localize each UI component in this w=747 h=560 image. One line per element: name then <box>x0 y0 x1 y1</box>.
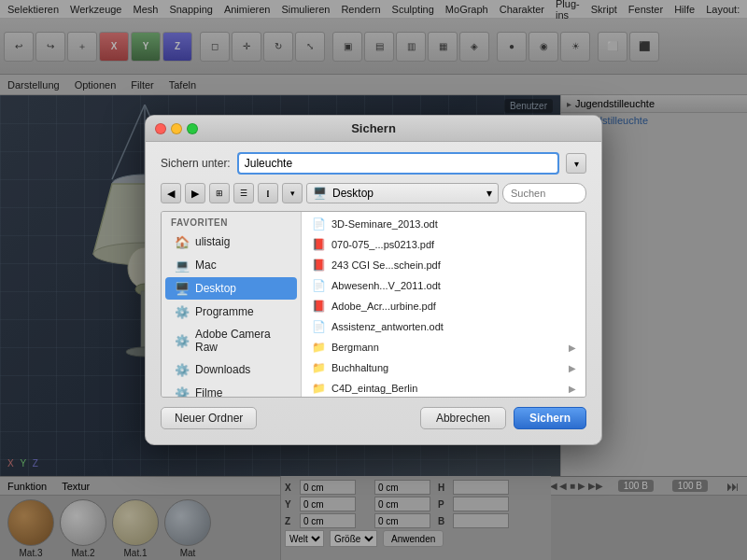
file-name: 070-075_...ps0213.pdf <box>331 239 434 250</box>
dialog-titlebar: Sichern <box>146 116 601 142</box>
sidebar-item-desktop[interactable]: 🖥️ Desktop <box>165 277 297 300</box>
file-item-abwesenh[interactable]: 📄 Abwesenh...V_2011.odt <box>303 275 584 296</box>
view-list-button[interactable]: ☰ <box>233 183 254 203</box>
pdf-icon: 📕 <box>311 258 326 273</box>
sidebar-item-adobe-camera-raw[interactable]: ⚙️ Adobe Camera Raw <box>165 324 297 357</box>
view-column-button[interactable]: ⫿ <box>258 183 278 203</box>
sidebar-item-mac[interactable]: 💻 Mac <box>165 254 297 276</box>
downloads-icon: ⚙️ <box>175 362 190 377</box>
doc-icon: 📄 <box>311 278 326 293</box>
sidebar-item-ulistaig[interactable]: 🏠 ulistaig <box>165 231 297 253</box>
file-name: C4D_eintag_Berlin <box>331 383 417 394</box>
movies-icon: ⚙️ <box>175 385 190 397</box>
location-icon: 🖥️ <box>313 187 327 200</box>
file-name: 3D-Seminare_2013.odt <box>331 218 438 230</box>
doc-icon: 📄 <box>311 319 326 334</box>
folder-icon: 📁 <box>311 381 326 396</box>
file-item-bergmann[interactable]: 📁 Bergmann ▶ <box>303 337 584 357</box>
folder-arrow: ▶ <box>569 363 576 373</box>
sidebar-label-desktop: Desktop <box>195 282 236 295</box>
dropdown-arrow: ▾ <box>486 187 492 200</box>
file-name: Buchhaltung <box>331 362 388 373</box>
sidebar-label-adobe: Adobe Camera Raw <box>195 328 288 354</box>
view-option-button[interactable]: ▾ <box>282 183 303 203</box>
cancel-button[interactable]: Abbrechen <box>420 407 506 429</box>
folder-icon: 📁 <box>311 340 326 355</box>
dialog-buttons: Neuer Ordner Abbrechen Sichern <box>161 407 586 433</box>
sidebar-label-programme: Programme <box>195 305 254 318</box>
search-input[interactable] <box>502 183 586 203</box>
location-label: Desktop <box>332 187 374 200</box>
pdf-icon: 📕 <box>311 237 326 252</box>
file-item-c4d-eintag[interactable]: 📁 C4D_eintag_Berlin ▶ <box>303 378 584 397</box>
file-item-070-075[interactable]: 📕 070-075_...ps0213.pdf <box>303 234 584 255</box>
sidebar-item-programme[interactable]: ⚙️ Programme <box>165 301 297 323</box>
nav-forward-button[interactable]: ▶ <box>185 183 205 203</box>
file-item-assistenz[interactable]: 📄 Assistenz_antworten.odt <box>303 316 584 337</box>
close-button[interactable] <box>155 123 166 134</box>
apps-icon: ⚙️ <box>175 304 190 319</box>
sidebar-label-ulistaig: ulistaig <box>195 235 230 248</box>
file-name: Bergmann <box>331 342 379 353</box>
new-folder-button[interactable]: Neuer Ordner <box>161 407 257 429</box>
file-name: Abwesenh...V_2011.odt <box>331 280 441 291</box>
dialog-body: Sichern unter: ▾ ◀ ▶ ⊞ ☰ ⫿ ▾ 🖥️ Desktop … <box>146 142 601 444</box>
sidebar-section-header: FAVORITEN <box>162 212 301 230</box>
location-dropdown[interactable]: 🖥️ Desktop ▾ <box>306 183 499 203</box>
file-name: Adobe_Acr...urbine.pdf <box>331 301 436 312</box>
favorites-sidebar: FAVORITEN 🏠 ulistaig 💻 Mac 🖥️ Desktop <box>162 212 302 397</box>
file-item-3d-seminare[interactable]: 📄 3D-Seminare_2013.odt <box>303 214 584 234</box>
doc-icon: 📄 <box>311 217 326 231</box>
mac-icon: 💻 <box>175 258 190 273</box>
file-name: 243 CGI Se...schein.pdf <box>331 259 441 271</box>
adobe-icon: ⚙️ <box>175 333 190 348</box>
filename-row: Sichern unter: ▾ <box>161 153 586 174</box>
minimize-button[interactable] <box>171 123 182 134</box>
sidebar-item-downloads[interactable]: ⚙️ Downloads <box>165 358 297 381</box>
folder-icon: 📁 <box>311 360 326 375</box>
filename-label: Sichern unter: <box>161 157 231 170</box>
sidebar-item-filme[interactable]: ⚙️ Filme <box>165 382 297 397</box>
desktop-icon: 🖥️ <box>175 281 190 296</box>
view-icon-button[interactable]: ⊞ <box>209 183 230 203</box>
maximize-button[interactable] <box>187 123 198 134</box>
file-item-buchhaltung[interactable]: 📁 Buchhaltung ▶ <box>303 357 584 378</box>
file-toolbar: ◀ ▶ ⊞ ☰ ⫿ ▾ 🖥️ Desktop ▾ <box>161 183 586 203</box>
file-item-243-cgi[interactable]: 📕 243 CGI Se...schein.pdf <box>303 255 584 275</box>
dialog-title: Sichern <box>351 121 396 135</box>
folder-arrow: ▶ <box>569 384 576 394</box>
file-browser: FAVORITEN 🏠 ulistaig 💻 Mac 🖥️ Desktop <box>161 211 586 398</box>
save-dialog: Sichern Sichern unter: ▾ ◀ ▶ ⊞ ☰ ⫿ ▾ 🖥️ <box>145 115 602 445</box>
file-name: Assistenz_antworten.odt <box>331 321 444 332</box>
folder-arrow: ▶ <box>569 343 576 353</box>
modal-overlay: Sichern Sichern unter: ▾ ◀ ▶ ⊞ ☰ ⫿ ▾ 🖥️ <box>0 0 747 560</box>
save-button[interactable]: Sichern <box>514 407 586 429</box>
sidebar-label-filme: Filme <box>195 386 222 397</box>
expand-button[interactable]: ▾ <box>566 153 586 174</box>
home-icon: 🏠 <box>175 234 190 249</box>
sidebar-label-mac: Mac <box>195 259 217 272</box>
file-item-adobe-acr[interactable]: 📕 Adobe_Acr...urbine.pdf <box>303 296 584 316</box>
filename-input[interactable] <box>238 153 558 174</box>
file-list: 📄 3D-Seminare_2013.odt 📕 070-075_...ps02… <box>302 212 585 397</box>
sidebar-label-downloads: Downloads <box>195 363 250 376</box>
nav-back-button[interactable]: ◀ <box>161 183 181 203</box>
pdf-icon: 📕 <box>311 299 326 314</box>
